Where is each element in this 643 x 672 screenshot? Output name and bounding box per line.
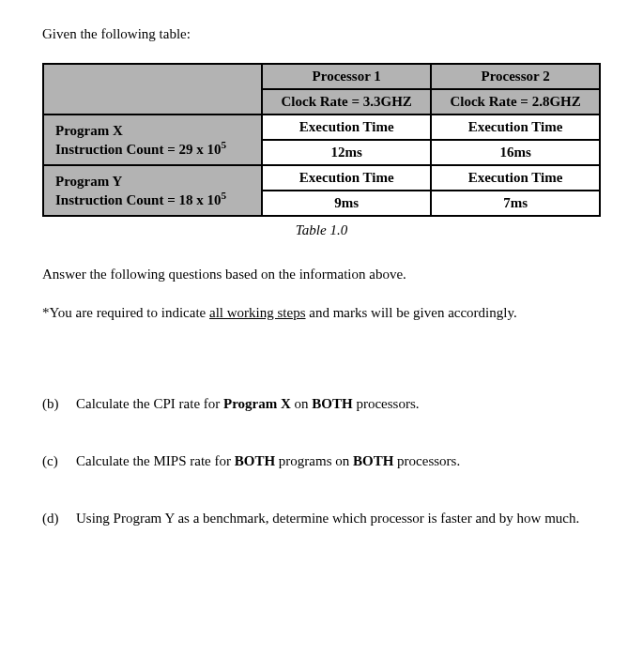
program-y-p2-subheader: Execution Time: [431, 165, 600, 191]
program-y-header-row: Program Y Instruction Count = 18 x 105 E…: [43, 165, 600, 191]
q-b-part4: processors.: [353, 396, 420, 411]
program-x-p1-value: 12ms: [262, 140, 431, 165]
question-b-text: Calculate the CPI rate for Program X on …: [76, 396, 601, 412]
question-c-label: (c): [42, 453, 76, 469]
program-y-label-cell: Program Y Instruction Count = 18 x 105: [43, 165, 262, 216]
q-b-part3: BOTH: [312, 396, 352, 411]
note-prefix: *You are required to indicate: [42, 305, 209, 320]
program-x-label-cell: Program X Instruction Count = 29 x 105: [43, 115, 262, 165]
q-b-part2: on: [291, 396, 313, 411]
q-b-part0: Calculate the CPI rate for: [76, 396, 223, 411]
program-y-name: Program Y: [55, 174, 122, 189]
processor2-clockrate: Clock Rate = 2.8GHZ: [431, 89, 600, 115]
q-c-part2: programs on: [275, 453, 353, 468]
processor1-clockrate: Clock Rate = 3.3GHZ: [262, 89, 431, 115]
question-c-text: Calculate the MIPS rate for BOTH program…: [76, 453, 601, 469]
program-y-p1-value: 9ms: [262, 191, 431, 216]
question-d-text: Using Program Y as a benchmark, determin…: [76, 511, 601, 527]
question-c: (c) Calculate the MIPS rate for BOTH pro…: [42, 453, 601, 469]
q-c-part4: processors.: [393, 453, 460, 468]
question-b-label: (b): [42, 396, 76, 412]
program-x-header-row: Program X Instruction Count = 29 x 105 E…: [43, 115, 600, 140]
data-table: Processor 1 Processor 2 Clock Rate = 3.3…: [42, 63, 601, 217]
note-suffix: and marks will be given accordingly.: [306, 305, 517, 320]
program-x-ic-exp: 5: [221, 139, 226, 150]
program-x-ic-prefix: Instruction Count = 29 x 10: [55, 142, 221, 157]
program-y-p2-value: 7ms: [431, 191, 600, 216]
working-steps-note: *You are required to indicate all workin…: [42, 305, 601, 321]
program-y-p1-subheader: Execution Time: [262, 165, 431, 191]
note-underline: all working steps: [209, 305, 306, 320]
table-corner-cell: [43, 64, 262, 115]
instruction-paragraph: Answer the following questions based on …: [42, 267, 601, 283]
processor2-name: Processor 2: [431, 64, 600, 89]
q-c-part1: BOTH: [235, 453, 275, 468]
intro-text: Given the following table:: [42, 26, 601, 42]
program-x-p2-subheader: Execution Time: [431, 115, 600, 140]
program-y-ic-prefix: Instruction Count = 18 x 10: [55, 192, 221, 207]
question-d: (d) Using Program Y as a benchmark, dete…: [42, 511, 601, 527]
question-b: (b) Calculate the CPI rate for Program X…: [42, 396, 601, 412]
table-header-row: Processor 1 Processor 2: [43, 64, 600, 89]
program-x-p1-subheader: Execution Time: [262, 115, 431, 140]
q-b-part1: Program X: [223, 396, 291, 411]
program-x-name: Program X: [55, 123, 123, 138]
program-y-ic-exp: 5: [221, 190, 226, 201]
q-c-part0: Calculate the MIPS rate for: [76, 453, 235, 468]
processor1-name: Processor 1: [262, 64, 431, 89]
program-x-p2-value: 16ms: [431, 140, 600, 165]
table-caption: Table 1.0: [42, 222, 601, 238]
q-c-part3: BOTH: [353, 453, 393, 468]
question-d-label: (d): [42, 511, 76, 527]
